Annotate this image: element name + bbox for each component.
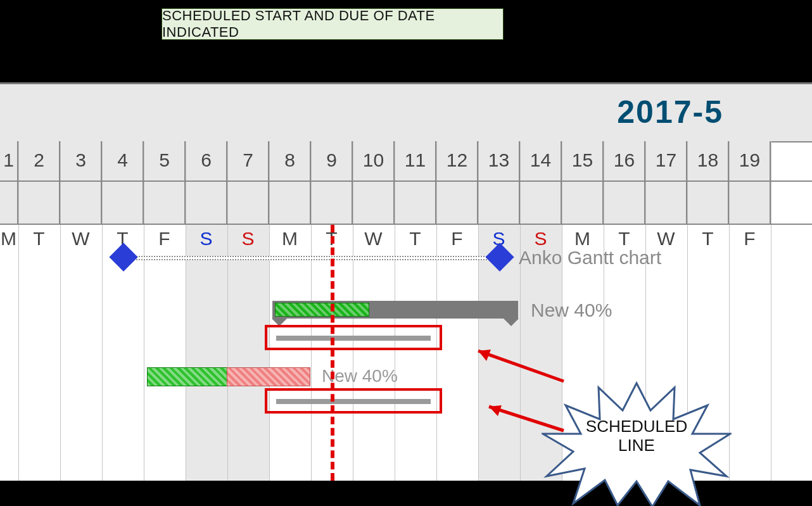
day-number: 2: [19, 148, 59, 186]
annotation-starburst: SCHEDULEDLINE: [542, 380, 732, 500]
milestone-end-diamond: [485, 243, 514, 271]
today-line: [331, 225, 334, 481]
milestone-start-diamond: [109, 243, 137, 271]
task1-progress: [275, 303, 369, 317]
day-number: 6: [186, 148, 226, 186]
day-number: 11: [395, 148, 435, 186]
task-row-1: New 40%: [0, 301, 812, 326]
task1-label: New 40%: [531, 300, 612, 321]
title-callout: SCHEDULED START AND DUE OF DATE INDICATE…: [162, 8, 504, 40]
day-number: 17: [646, 148, 686, 186]
day-number: 7: [228, 148, 268, 186]
day-number: 5: [144, 148, 184, 186]
day-number: 16: [604, 148, 644, 186]
annotation-arrow-1: [462, 343, 576, 388]
task2-red: [227, 367, 310, 386]
day-number: 18: [688, 148, 728, 186]
month-label: 2017-5: [617, 94, 723, 130]
day-number: 1: [0, 148, 17, 186]
month-header: 2017-5: [0, 84, 812, 142]
svg-line-1: [478, 351, 564, 381]
milestone-label: Anko Gantt chart: [519, 247, 661, 269]
day-number: 9: [312, 148, 352, 186]
day-number: 8: [270, 148, 310, 186]
annotation-highlight-1: [265, 325, 442, 350]
annotation-arrow-2: [475, 399, 576, 437]
day-number: 15: [562, 148, 602, 186]
day-number: 3: [61, 148, 101, 186]
day-number: 10: [353, 148, 393, 186]
title-callout-text: SCHEDULED START AND DUE OF DATE INDICATE…: [162, 8, 503, 41]
day-number: 14: [521, 148, 561, 186]
day-number: 4: [103, 148, 143, 186]
day-number: 13: [479, 148, 519, 186]
day-number: 12: [437, 148, 477, 186]
svg-line-3: [489, 407, 564, 431]
task2-green: [147, 367, 228, 386]
svg-marker-4: [489, 405, 502, 416]
milestone-span: [124, 256, 500, 260]
annotation-highlight-2: [265, 388, 442, 414]
day-number: 19: [730, 148, 770, 186]
